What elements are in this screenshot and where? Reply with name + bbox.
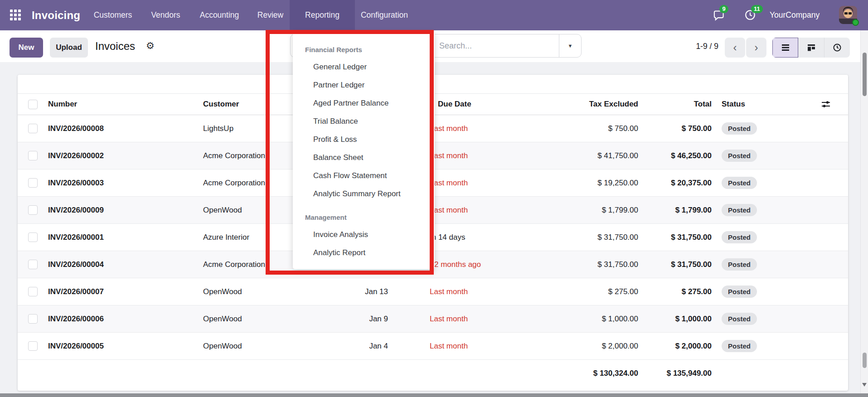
kanban-view-button[interactable] xyxy=(798,38,824,58)
menu-item[interactable]: Invoice Analysis xyxy=(293,226,435,244)
nav-item-accounting[interactable]: Accounting xyxy=(195,0,243,30)
status-badge[interactable]: Posted xyxy=(722,231,757,243)
cell-total[interactable]: $ 1,000.00 xyxy=(640,315,713,324)
column-header-number[interactable]: Number xyxy=(46,100,199,109)
cell-customer[interactable]: OpenWood xyxy=(199,342,335,351)
menu-item[interactable]: Analytic Report xyxy=(293,244,435,262)
cell-number[interactable]: INV/2026/00006 xyxy=(46,315,199,324)
cell-total[interactable]: $ 46,250.00 xyxy=(640,151,713,160)
cell-due-date[interactable]: Last month xyxy=(408,342,525,351)
cell-tax-excluded[interactable]: $ 31,750.00 xyxy=(525,260,640,269)
table-row[interactable]: INV/2026/00006 OpenWood Jan 9 Last month… xyxy=(18,305,848,333)
column-header-status[interactable]: Status xyxy=(713,100,780,109)
cell-tax-excluded[interactable]: $ 41,750.00 xyxy=(525,151,640,160)
cell-status: Posted xyxy=(713,286,780,298)
nav-item-customers[interactable]: Customers xyxy=(90,0,136,30)
search-options-toggle[interactable]: ▼ xyxy=(559,34,581,57)
row-checkbox[interactable] xyxy=(28,151,38,160)
company-switcher[interactable]: YourCompany xyxy=(770,0,820,30)
cell-total[interactable]: $ 20,375.00 xyxy=(640,179,713,188)
column-header-total[interactable]: Total xyxy=(640,100,713,109)
nav-item-reporting[interactable]: Reporting xyxy=(290,0,355,30)
cell-number[interactable]: INV/2026/00005 xyxy=(46,342,199,351)
column-options-sliders-icon[interactable] xyxy=(821,99,831,109)
top-navbar: Invoicing CustomersVendorsAccountingRevi… xyxy=(0,0,868,30)
status-badge[interactable]: Posted xyxy=(722,122,757,135)
menu-item[interactable]: Cash Flow Statement xyxy=(293,167,435,185)
cell-number[interactable]: INV/2026/00001 xyxy=(46,233,199,242)
cell-due-date[interactable]: Last month xyxy=(408,315,525,324)
scrollbar-down-arrow[interactable] xyxy=(862,383,867,387)
cell-number[interactable]: INV/2026/00009 xyxy=(46,206,199,215)
cell-tax-excluded[interactable]: $ 1,799.00 xyxy=(525,206,640,215)
status-badge[interactable]: Posted xyxy=(722,177,757,189)
cell-tax-excluded[interactable]: $ 31,750.00 xyxy=(525,233,640,242)
menu-item[interactable]: Balance Sheet xyxy=(293,149,435,167)
cell-customer[interactable]: OpenWood xyxy=(199,315,335,324)
cell-customer[interactable]: OpenWood xyxy=(199,287,335,296)
cell-due-date[interactable]: Last month xyxy=(408,287,525,296)
nav-item-vendors[interactable]: Vendors xyxy=(148,0,183,30)
user-avatar[interactable] xyxy=(839,6,857,24)
cell-number[interactable]: INV/2026/00007 xyxy=(46,287,199,296)
status-badge[interactable]: Posted xyxy=(722,258,757,271)
table-row[interactable]: INV/2026/00007 OpenWood Jan 13 Last mont… xyxy=(18,278,848,305)
cell-number[interactable]: INV/2026/00004 xyxy=(46,260,199,269)
upload-button[interactable]: Upload xyxy=(50,38,88,58)
row-checkbox[interactable] xyxy=(28,232,38,242)
row-checkbox[interactable] xyxy=(28,314,38,324)
menu-item[interactable]: Profit & Loss xyxy=(293,131,435,149)
status-badge[interactable]: Posted xyxy=(722,313,757,325)
cell-total[interactable]: $ 750.00 xyxy=(640,124,713,133)
row-checkbox[interactable] xyxy=(28,205,38,215)
nav-item-review[interactable]: Review xyxy=(256,0,285,30)
row-checkbox[interactable] xyxy=(28,124,38,133)
cell-total[interactable]: $ 275.00 xyxy=(640,287,713,296)
cell-number[interactable]: INV/2026/00003 xyxy=(46,179,199,188)
vertical-scrollbar[interactable] xyxy=(860,30,868,397)
table-row[interactable]: INV/2026/00005 OpenWood Jan 4 Last month… xyxy=(18,333,848,360)
activity-view-button[interactable] xyxy=(824,38,850,58)
cell-number[interactable]: INV/2026/00002 xyxy=(46,151,199,160)
cell-tax-excluded[interactable]: $ 2,000.00 xyxy=(525,342,640,351)
cell-invoice-date[interactable]: Jan 4 xyxy=(335,342,408,351)
apps-grid-icon[interactable] xyxy=(10,10,22,21)
cell-total[interactable]: $ 1,799.00 xyxy=(640,206,713,215)
cell-invoice-date[interactable]: Jan 9 xyxy=(335,315,408,324)
menu-item[interactable]: Partner Ledger xyxy=(293,76,435,94)
cell-total[interactable]: $ 31,750.00 xyxy=(640,233,713,242)
cell-invoice-date[interactable]: Jan 13 xyxy=(335,287,408,296)
row-checkbox[interactable] xyxy=(28,178,38,188)
status-badge[interactable]: Posted xyxy=(722,150,757,162)
activities-button[interactable]: 11 xyxy=(744,9,756,21)
cell-tax-excluded[interactable]: $ 275.00 xyxy=(525,287,640,296)
pager-previous-button[interactable]: ‹ xyxy=(725,38,745,58)
select-all-checkbox[interactable] xyxy=(28,100,38,109)
status-badge[interactable]: Posted xyxy=(722,286,757,298)
pager-range[interactable]: 1-9 / 9 xyxy=(675,30,718,62)
cell-total[interactable]: $ 2,000.00 xyxy=(640,342,713,351)
menu-item[interactable]: General Ledger xyxy=(293,58,435,76)
scrollbar-thumb[interactable] xyxy=(863,53,867,96)
messages-button[interactable]: 9 xyxy=(713,9,725,21)
app-title[interactable]: Invoicing xyxy=(32,0,80,30)
status-badge[interactable]: Posted xyxy=(722,204,757,216)
pager-next-button[interactable]: › xyxy=(746,38,766,58)
menu-item[interactable]: Analytic Summary Report xyxy=(293,185,435,203)
cell-tax-excluded[interactable]: $ 1,000.00 xyxy=(525,315,640,324)
row-checkbox[interactable] xyxy=(28,287,38,296)
new-button[interactable]: New xyxy=(10,38,43,58)
menu-item[interactable]: Trial Balance xyxy=(293,112,435,131)
cell-tax-excluded[interactable]: $ 750.00 xyxy=(525,124,640,133)
cell-total[interactable]: $ 31,750.00 xyxy=(640,260,713,269)
menu-item[interactable]: Aged Partner Balance xyxy=(293,94,435,112)
status-badge[interactable]: Posted xyxy=(722,340,757,352)
column-header-tax-excluded[interactable]: Tax Excluded xyxy=(525,100,640,109)
row-checkbox[interactable] xyxy=(28,341,38,351)
row-checkbox[interactable] xyxy=(28,260,38,269)
cell-tax-excluded[interactable]: $ 19,250.00 xyxy=(525,179,640,188)
settings-gear-icon[interactable]: ⚙ xyxy=(146,30,155,62)
cell-number[interactable]: INV/2026/00008 xyxy=(46,124,199,133)
list-view-button[interactable] xyxy=(772,38,798,58)
nav-item-configuration[interactable]: Configuration xyxy=(359,0,410,30)
